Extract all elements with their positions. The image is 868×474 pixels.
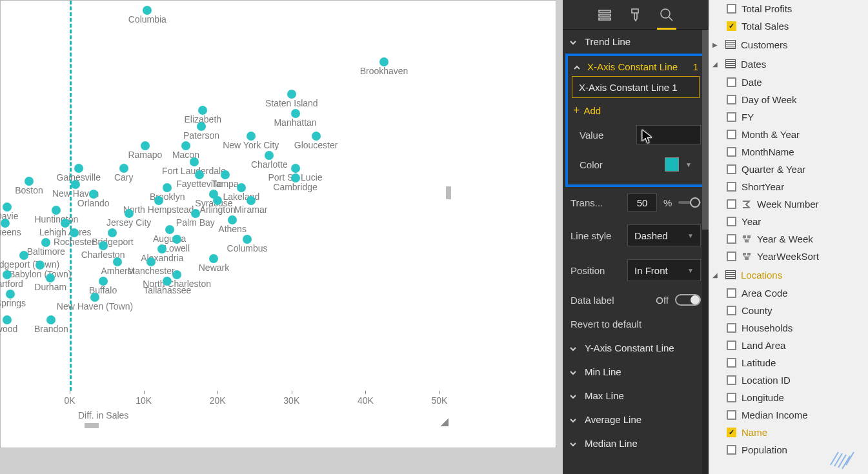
data-point[interactable]	[213, 196, 222, 205]
data-point[interactable]	[141, 141, 150, 150]
revert-to-default[interactable]: Revert to default	[563, 312, 709, 336]
data-point[interactable]	[197, 122, 206, 131]
data-point[interactable]	[154, 196, 163, 205]
checkbox[interactable]: ✓	[727, 428, 736, 437]
max-line-section[interactable]: Max Line	[563, 384, 709, 408]
data-point[interactable]	[287, 90, 296, 99]
data-point[interactable]	[90, 293, 99, 302]
data-point[interactable]	[99, 277, 108, 286]
field-item[interactable]: Year	[709, 213, 868, 230]
fields-tab-icon[interactable]	[596, 6, 613, 23]
data-point[interactable]	[165, 225, 174, 234]
checkbox[interactable]	[727, 252, 736, 261]
chart-scroll-vertical[interactable]	[446, 186, 451, 199]
checkbox[interactable]	[727, 199, 736, 209]
data-point[interactable]	[71, 180, 80, 189]
chart-canvas[interactable]: K0K10K20K30K40K50K ColumbiaBrookhavenSta…	[1, 1, 452, 430]
field-item[interactable]: ShortYear	[709, 178, 868, 195]
data-point[interactable]	[52, 206, 61, 215]
field-item[interactable]: Day of Week	[709, 91, 868, 108]
data-point[interactable]	[70, 228, 79, 237]
data-point[interactable]	[247, 196, 256, 205]
checkbox[interactable]	[727, 445, 736, 455]
data-point[interactable]	[237, 183, 246, 192]
data-label-toggle[interactable]	[675, 294, 701, 306]
field-item[interactable]: Quarter & Year	[709, 161, 868, 178]
field-item[interactable]: MonthName	[709, 143, 868, 161]
data-point[interactable]	[291, 164, 300, 173]
field-item[interactable]: Households	[709, 319, 868, 337]
data-point[interactable]	[61, 219, 70, 228]
field-item[interactable]: Week Number	[709, 195, 868, 213]
checkbox[interactable]	[727, 164, 736, 174]
analytics-scrollbar[interactable]	[702, 30, 709, 474]
analytics-tab-icon[interactable]	[658, 6, 675, 23]
field-item[interactable]: ✓Total Sales	[709, 17, 868, 35]
data-point[interactable]	[191, 209, 200, 218]
data-point[interactable]	[113, 257, 122, 266]
data-point[interactable]	[89, 190, 98, 199]
field-item[interactable]: FY	[709, 108, 868, 126]
data-point[interactable]	[379, 57, 389, 66]
data-point[interactable]	[108, 228, 117, 237]
data-point[interactable]	[243, 235, 252, 244]
data-point[interactable]	[35, 261, 45, 270]
field-item[interactable]: Year & Week	[709, 230, 868, 248]
data-point[interactable]	[195, 170, 204, 179]
data-point[interactable]	[265, 151, 274, 160]
data-point[interactable]	[6, 290, 15, 299]
data-point[interactable]	[291, 173, 300, 183]
checkbox[interactable]	[727, 130, 736, 139]
checkbox[interactable]	[727, 217, 736, 226]
median-line-section[interactable]: Median Line	[563, 431, 709, 455]
chart-resize-grip[interactable]	[441, 419, 449, 426]
checkbox[interactable]	[727, 323, 736, 333]
field-item[interactable]: Location ID	[709, 371, 868, 389]
trend-line-section[interactable]: Trend Line	[563, 30, 709, 54]
checkbox[interactable]	[727, 182, 736, 192]
field-item[interactable]: Longitude	[709, 389, 868, 406]
data-point[interactable]	[157, 244, 167, 253]
data-point[interactable]	[25, 177, 34, 186]
average-line-section[interactable]: Average Line	[563, 408, 709, 431]
transparency-slider[interactable]	[678, 201, 701, 204]
field-item[interactable]: Land Area	[709, 337, 868, 354]
checkbox[interactable]	[727, 288, 736, 298]
data-point[interactable]	[19, 251, 28, 260]
data-point[interactable]	[247, 132, 256, 141]
transparency-input[interactable]	[627, 193, 657, 212]
data-point[interactable]	[99, 241, 108, 250]
field-item[interactable]: County	[709, 302, 868, 319]
data-point[interactable]	[41, 238, 50, 247]
field-item[interactable]: Date	[709, 74, 868, 91]
data-point[interactable]	[181, 141, 190, 150]
min-line-section[interactable]: Min Line	[563, 360, 709, 384]
data-point[interactable]	[163, 277, 172, 286]
data-point[interactable]	[190, 157, 199, 166]
checkbox[interactable]	[727, 95, 736, 104]
add-constant-line-button[interactable]: + Add	[572, 98, 700, 119]
checkbox[interactable]	[727, 234, 736, 244]
checkbox[interactable]	[727, 375, 736, 385]
chart-scroll-horizontal[interactable]	[85, 423, 99, 428]
field-item[interactable]: ✓Name	[709, 424, 868, 441]
field-item[interactable]: Area Code	[709, 284, 868, 302]
field-item[interactable]: Median Income	[709, 406, 868, 424]
field-item[interactable]: Month & Year	[709, 126, 868, 143]
checkbox[interactable]	[727, 112, 736, 122]
data-point[interactable]	[74, 164, 83, 173]
value-input[interactable]	[636, 125, 701, 144]
table-header[interactable]: ◢Dates	[709, 54, 868, 74]
format-tab-icon[interactable]	[627, 6, 644, 23]
data-point[interactable]	[163, 183, 172, 192]
data-point[interactable]	[1, 219, 10, 228]
checkbox[interactable]	[727, 147, 736, 157]
data-point[interactable]	[228, 215, 237, 224]
data-point[interactable]	[198, 106, 207, 115]
checkbox[interactable]	[727, 4, 736, 14]
x-axis-constant-header[interactable]: X-Axis Constant Line 1	[572, 60, 700, 76]
field-item[interactable]: Total Profits	[709, 0, 868, 17]
data-point[interactable]	[143, 6, 152, 15]
color-swatch[interactable]	[665, 157, 679, 172]
data-point[interactable]	[146, 257, 156, 266]
